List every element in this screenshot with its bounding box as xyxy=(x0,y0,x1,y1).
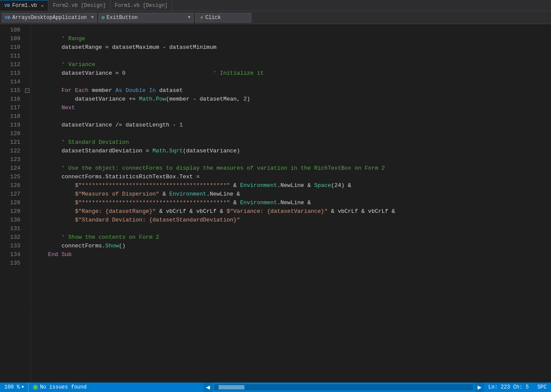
event-dropdown[interactable]: ⚡ Click xyxy=(195,13,251,22)
code-line: End Sub xyxy=(31,250,551,259)
line-number: 128 xyxy=(3,199,20,207)
gutter-row xyxy=(24,216,31,224)
code-line: ' Use the object: connectForms to displa… xyxy=(31,164,551,173)
status-right: ◀ ▶ Ln: 223 Ch: 5 SPC xyxy=(203,383,551,392)
line-number: 115 xyxy=(3,86,20,95)
gutter: − xyxy=(24,24,31,383)
gutter-row xyxy=(24,95,31,104)
line-number: 111 xyxy=(3,52,20,60)
method-dropdown[interactable]: ⊕ ExitButton ▼ xyxy=(98,13,193,22)
line-number: 124 xyxy=(3,164,20,173)
indent-mode: SPC xyxy=(533,384,551,390)
gutter-row xyxy=(24,250,31,259)
code-line: $"**************************************… xyxy=(31,199,551,207)
code-line: ' Show the contents on Form 2 xyxy=(31,233,551,242)
code-line xyxy=(31,78,551,86)
class-dropdown[interactable]: VB ArraysDesktopApplication ▼ xyxy=(2,13,97,22)
line-number: 134 xyxy=(3,250,20,259)
code-line xyxy=(31,224,551,233)
line-number: 109 xyxy=(3,35,20,43)
line-number: 117 xyxy=(3,104,20,112)
gutter-row: − xyxy=(24,86,31,95)
gutter-row xyxy=(24,26,31,35)
line-number: 132 xyxy=(3,233,20,242)
class-icon: VB xyxy=(5,15,10,20)
code-line: For Each member As Double In dataset xyxy=(31,86,551,95)
code-line: ' Variance xyxy=(31,60,551,69)
status-zoom[interactable]: 100 % ▼ xyxy=(0,383,28,392)
code-line: datasetVariance = 0 ' Initialize it xyxy=(31,69,551,78)
gutter-row xyxy=(24,259,31,268)
issues-ok-icon: ✓ xyxy=(33,385,38,390)
gutter-row xyxy=(24,164,31,173)
scrollbar-thumb[interactable] xyxy=(218,385,244,389)
gutter-row xyxy=(24,43,31,52)
vb-icon: VB xyxy=(4,3,10,8)
gutter-row xyxy=(24,233,31,242)
gutter-row xyxy=(24,78,31,86)
gutter-row xyxy=(24,181,31,190)
scrollbar-track[interactable] xyxy=(214,384,473,390)
scroll-left-button[interactable]: ◀ xyxy=(203,383,212,392)
code-line xyxy=(31,259,551,268)
gutter-row xyxy=(24,52,31,60)
method-dropdown-label: ExitButton xyxy=(107,15,138,21)
line-number: 135 xyxy=(3,259,20,268)
gutter-row xyxy=(24,242,31,250)
code-line: Next xyxy=(31,104,551,112)
gutter-row xyxy=(24,104,31,112)
tab-form1design-label: Form1.vb [Design] xyxy=(115,3,168,9)
code-line xyxy=(31,130,551,138)
gutter-row xyxy=(24,173,31,181)
line-number: 123 xyxy=(3,155,20,164)
gutter-row xyxy=(24,190,31,199)
line-number: 131 xyxy=(3,224,20,233)
line-number: 108 xyxy=(3,26,20,35)
gutter-row xyxy=(24,35,31,43)
code-line: datasetVariance /= datasetLength - 1 xyxy=(31,121,551,130)
line-number: 112 xyxy=(3,60,20,69)
line-number: 119 xyxy=(3,121,20,130)
line-number: 127 xyxy=(3,190,20,199)
line-number: 116 xyxy=(3,95,20,104)
toolbar: VB ArraysDesktopApplication ▼ ⊕ ExitButt… xyxy=(0,11,551,24)
gutter-row xyxy=(24,199,31,207)
tab-form2design[interactable]: Form2.vb [Design] xyxy=(48,0,110,11)
class-dropdown-label: ArraysDesktopApplication xyxy=(12,15,87,21)
line-numbers: 1081091101111121131141151161171181191201… xyxy=(0,24,24,383)
code-content[interactable]: ' Range datasetRange = datasetMaximum - … xyxy=(31,24,551,383)
line-number: 114 xyxy=(3,78,20,86)
code-line: connectForms.Show() xyxy=(31,242,551,250)
gutter-row xyxy=(24,121,31,130)
tab-form1vb[interactable]: VB Form1.vb ✕ xyxy=(0,0,48,11)
issues-label: No issues found xyxy=(40,384,86,390)
line-number: 110 xyxy=(3,43,20,52)
code-area: 1081091101111121131141151161171181191201… xyxy=(0,24,551,383)
gutter-row xyxy=(24,224,31,233)
code-line xyxy=(31,155,551,164)
line-number: 130 xyxy=(3,216,20,224)
code-line: $"Measures of Dispersion" & Environment.… xyxy=(31,190,551,199)
gutter-row xyxy=(24,207,31,216)
tab-form1vb-label: Form1.vb xyxy=(12,3,37,9)
tab-bar: VB Form1.vb ✕ Form2.vb [Design] Form1.vb… xyxy=(0,0,551,11)
zoom-dropdown-arrow[interactable]: ▼ xyxy=(22,385,24,389)
line-number: 129 xyxy=(3,207,20,216)
gutter-row xyxy=(24,69,31,78)
code-line: $"**************************************… xyxy=(31,181,551,190)
line-number: 126 xyxy=(3,181,20,190)
line-number: 133 xyxy=(3,242,20,250)
cursor-position: Ln: 223 Ch: 5 xyxy=(484,384,533,390)
code-line: $"Range: {datasetRange}" & vbCrLf & vbCr… xyxy=(31,207,551,216)
line-number: 122 xyxy=(3,147,20,155)
tab-form1design[interactable]: Form1.vb [Design] xyxy=(111,0,172,11)
status-issues: ✓ No issues found xyxy=(28,384,203,390)
gutter-row xyxy=(24,147,31,155)
code-line: connectForms.StatisticsRichTextBox.Text … xyxy=(31,173,551,181)
code-line: $"Standard Deviation: {datasetStandardDe… xyxy=(31,216,551,224)
event-dropdown-label: Click xyxy=(205,15,221,21)
zoom-level: 100 % xyxy=(4,384,20,390)
collapse-button[interactable]: − xyxy=(25,89,29,93)
scroll-right-button[interactable]: ▶ xyxy=(475,383,484,392)
tab-form1vb-close[interactable]: ✕ xyxy=(41,3,44,9)
